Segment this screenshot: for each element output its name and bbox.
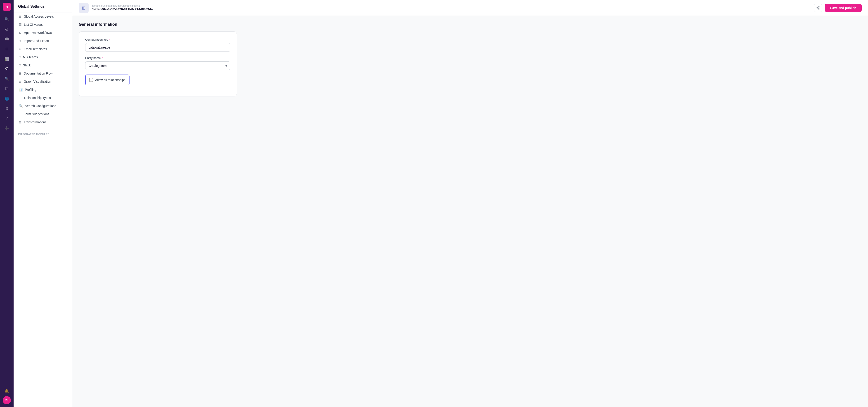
sidebar-item-search-configurations[interactable]: 🔍 Search Configurations [13,102,72,110]
allow-all-checkbox-wrapper[interactable]: Allow all relationships [85,74,129,86]
email-templates-icon: ✉ [19,47,22,51]
topbar: ⊞ 00000000-0000-0000-0000-000000000006 1… [72,0,868,16]
main-area: ⊞ 00000000-0000-0000-0000-000000000006 1… [72,0,868,407]
config-key-label: Configuration key * [85,38,230,41]
config-key-required: * [109,38,110,41]
icon-grid[interactable]: ⊞ [2,44,11,53]
icon-search2[interactable]: 🔍 [2,74,11,83]
transformations-icon: ⊞ [19,121,22,124]
sidebar-item-label: MS Teams [23,55,38,59]
sidebar-item-label: Slack [23,64,31,67]
user-avatar[interactable]: RK [3,396,11,404]
icon-bar: a 🔍 ◎ 📖 ⊞ 📊 🛡 🔍 ☑ 🌐 ⚙ ✓ ➕ 🔔 RK [0,0,13,407]
profiling-icon: 📊 [19,88,23,92]
sidebar-item-slack[interactable]: □ Slack [13,61,72,69]
sidebar-item-label: Email Templates [24,47,47,51]
config-key-group: Configuration key * [85,38,230,52]
ms-teams-icon: □ [19,55,21,59]
entity-name-select[interactable]: Catalog Item Data Asset Business Term Po… [85,61,230,70]
sidebar-item-transformations[interactable]: ⊞ Transformations [13,118,72,126]
sidebar-item-label: Transformations [24,121,46,124]
icon-book[interactable]: 📖 [2,34,11,43]
sidebar-item-import-export[interactable]: ⬆ Import And Export [13,37,72,45]
sidebar-item-global-access-levels[interactable]: ⊞ Global Access Levels [13,12,72,21]
topbar-title: 14ded66e-3e17-4370-811f-8c714d8489da [92,7,810,11]
allow-all-checkbox[interactable] [89,78,93,82]
icon-check[interactable]: ✓ [2,114,11,123]
save-publish-button[interactable]: Save and publish [825,4,862,12]
slack-icon: □ [19,64,21,67]
icon-search[interactable]: 🔍 [2,14,11,24]
svg-line-4 [817,7,819,8]
sidebar-item-label: Search Configurations [25,104,56,108]
content-area: General information Configuration key * … [72,16,868,407]
sidebar-item-label: Approval Workflows [24,31,52,35]
import-export-icon: ⬆ [19,39,22,43]
global-access-levels-icon: ⊞ [19,15,22,18]
entity-name-label: Entity name * [85,56,230,60]
sidebar-item-ms-teams[interactable]: □ MS Teams [13,53,72,61]
svg-point-1 [817,7,817,8]
sidebar-item-email-templates[interactable]: ✉ Email Templates [13,45,72,53]
share-button[interactable] [814,4,822,12]
topbar-actions: Save and publish [814,4,862,12]
svg-point-2 [818,8,819,9]
sidebar-item-label: Global Access Levels [24,15,54,18]
list-of-values-icon: ☰ [19,23,22,26]
icon-plus[interactable]: ➕ [2,124,11,133]
documentation-flow-icon: ⊞ [19,72,22,75]
sidebar: Global Settings ⊞ Global Access Levels ☰… [13,0,72,407]
sidebar-item-term-suggestions[interactable]: ☰ Term Suggestions [13,110,72,118]
sidebar-item-label: Import And Export [24,39,49,43]
sidebar-item-list-of-values[interactable]: ☰ List Of Values [13,21,72,29]
topbar-icon: ⊞ [79,3,89,13]
sidebar-item-label: List Of Values [24,23,43,26]
icon-chart[interactable]: 📊 [2,54,11,63]
sidebar-divider [13,128,72,128]
topbar-titles: 00000000-0000-0000-0000-000000000006 14d… [92,5,810,11]
relationship-types-icon: ↔ [19,96,22,100]
topbar-grid-icon: ⊞ [82,5,86,11]
approval-workflows-icon: ⚙ [19,31,22,35]
sidebar-item-approval-workflows[interactable]: ⚙ Approval Workflows [13,29,72,37]
icon-tasks[interactable]: ☑ [2,84,11,93]
sidebar-item-label: Term Suggestions [24,112,49,116]
sidebar-item-label: Relationship Types [24,96,51,100]
sidebar-item-documentation-flow[interactable]: ⊞ Documentation Flow [13,69,72,77]
allow-all-group: Allow all relationships [85,74,230,86]
icon-globe[interactable]: 🌐 [2,94,11,103]
sidebar-item-graph-visualization[interactable]: ⊞ Graph Visualization [13,77,72,86]
icon-settings[interactable]: ⚙ [2,104,11,113]
svg-line-3 [817,8,819,9]
icon-bell[interactable]: 🔔 [2,386,11,395]
integrated-modules-label: Integrated Modules [13,130,72,137]
sidebar-item-label: Graph Visualization [24,80,51,83]
config-key-input[interactable] [85,43,230,52]
term-suggestions-icon: ☰ [19,112,22,116]
allow-all-label: Allow all relationships [95,78,125,82]
entity-name-group: Entity name * Catalog Item Data Asset Bu… [85,56,230,70]
sidebar-item-label: Profiling [25,88,36,92]
topbar-subtitle: 00000000-0000-0000-0000-000000000006 [92,5,810,7]
sidebar-header: Global Settings [13,0,72,12]
section-title: General information [79,22,862,27]
entity-name-select-wrapper: Catalog Item Data Asset Business Term Po… [85,61,230,70]
general-info-card: Configuration key * Entity name * Catalo… [79,31,237,96]
search-configurations-icon: 🔍 [19,104,23,108]
app-logo[interactable]: a [3,3,11,11]
entity-name-required: * [102,56,103,60]
icon-shield[interactable]: 🛡 [2,64,11,73]
icon-target[interactable]: ◎ [2,24,11,33]
sidebar-item-label: Documentation Flow [24,72,53,75]
sidebar-item-relationship-types[interactable]: ↔ Relationship Types [13,94,72,102]
graph-visualization-icon: ⊞ [19,80,22,83]
svg-point-0 [818,6,819,7]
sidebar-item-profiling[interactable]: 📊 Profiling [13,86,72,94]
